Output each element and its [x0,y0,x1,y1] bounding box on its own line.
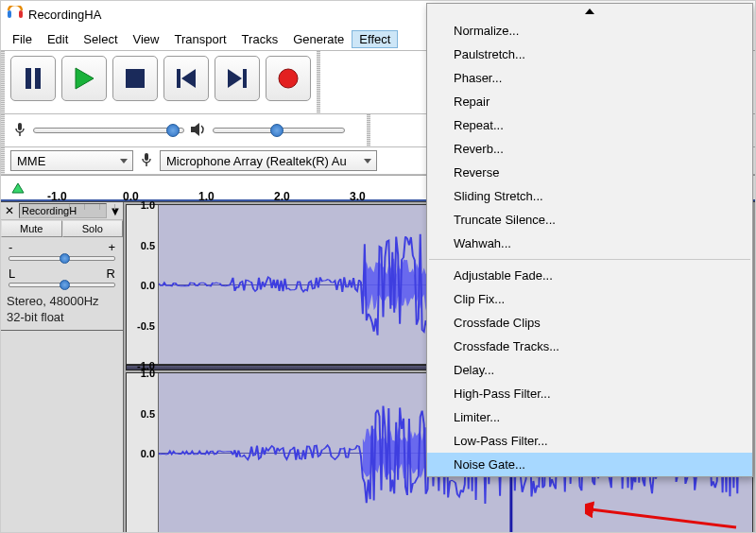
effect-menu-item[interactable]: Limiter... [427,405,752,429]
effect-menu-item[interactable]: Reverb... [427,137,752,161]
effect-menu-item[interactable]: Reverse [427,161,752,184]
svg-rect-14 [18,123,22,130]
effect-menu-item[interactable]: Repeat... [427,113,752,137]
effect-menu-item[interactable]: Normalize... [427,19,752,43]
effect-menu-item[interactable]: Crossfade Clips [427,311,752,335]
mic-icon [139,152,154,170]
svg-rect-6 [177,69,180,88]
effect-menu-item[interactable]: Phaser... [427,66,752,90]
meters-toolbar [5,114,367,146]
menu-edit[interactable]: Edit [40,30,76,48]
svg-point-10 [279,69,298,88]
effect-menu-item[interactable]: Sliding Stretch... [427,184,752,208]
svg-rect-21 [145,153,148,161]
record-button[interactable] [266,56,311,101]
effect-menu-item[interactable]: Clip Fix... [427,287,752,311]
audio-host-combo[interactable]: MME [10,150,133,171]
effect-menu-item[interactable]: High-Pass Filter... [427,382,752,405]
menu-view[interactable]: View [126,30,167,48]
effect-menu-item[interactable]: Crossfade Tracks... [427,335,752,358]
svg-marker-23 [12,183,24,193]
recording-device-value: Microphone Array (Realtek(R) Au [166,154,347,168]
window-title: RecordingHA [28,8,101,22]
speaker-icon [190,122,207,140]
effect-menu-item[interactable]: Paulstretch... [427,43,752,66]
track-name[interactable]: RecordingH [19,203,107,218]
menu-select[interactable]: Select [76,30,125,48]
menu-tracks[interactable]: Tracks [234,30,286,48]
stop-button[interactable] [112,56,158,101]
menu-file[interactable]: File [5,30,40,48]
menu-transport[interactable]: Transport [166,30,233,48]
track-control-panel: ✕ RecordingH ▼ Mute Solo -+ LR Stereo, 4… [1,202,124,533]
svg-marker-8 [228,69,242,88]
track-close-button[interactable]: ✕ [1,204,18,217]
audio-host-value: MME [17,154,45,168]
svg-marker-16 [191,123,199,136]
effect-menu-item[interactable]: Adjustable Fade... [427,264,752,287]
svg-rect-1 [19,10,23,18]
menu-separator [429,259,750,260]
app-logo-icon [7,6,24,23]
recording-device-combo[interactable]: Microphone Array (Realtek(R) Au [160,150,377,171]
skip-start-button[interactable] [163,56,209,101]
svg-marker-4 [76,68,94,89]
svg-marker-26 [585,9,594,14]
svg-rect-5 [126,69,145,88]
track-meta: Stereo, 48000Hz 32-bit float [1,290,123,330]
play-button[interactable] [61,56,107,101]
gain-slider[interactable]: -+ [1,237,123,264]
mute-button[interactable]: Mute [1,220,62,237]
effect-menu-item[interactable]: Noise Gate... [427,453,752,476]
transport-toolbar [5,51,317,113]
mic-icon [12,122,27,140]
svg-marker-7 [181,69,196,88]
effect-menu-item[interactable]: Wahwah... [427,232,752,255]
menu-generate[interactable]: Generate [285,30,352,48]
device-toolbar: MME Microphone Array (Realtek(R) Au [5,147,383,174]
pan-slider[interactable]: LR [1,264,123,290]
svg-rect-3 [35,68,41,89]
effect-menu-item[interactable]: Low-Pass Filter... [427,429,752,453]
solo-button[interactable]: Solo [62,220,124,237]
effect-menu-item[interactable]: Repair [427,90,752,113]
skip-end-button[interactable] [215,56,260,101]
svg-rect-0 [8,10,11,18]
menu-scroll-up[interactable] [427,4,752,19]
track-menu-dropdown[interactable]: ▼ [108,204,123,218]
svg-rect-9 [243,69,247,88]
menu-effect[interactable]: Effect [352,30,398,48]
effect-dropdown-menu: Normalize...Paulstretch...Phaser...Repai… [426,3,753,477]
recording-volume-slider[interactable] [33,128,184,133]
playback-volume-slider[interactable] [213,128,345,133]
timeline-pin-icon[interactable] [1,181,35,196]
svg-rect-2 [26,68,31,89]
effect-menu-item[interactable]: Delay... [427,358,752,382]
effect-menu-item[interactable]: Truncate Silence... [427,208,752,232]
pause-button[interactable] [10,56,56,101]
